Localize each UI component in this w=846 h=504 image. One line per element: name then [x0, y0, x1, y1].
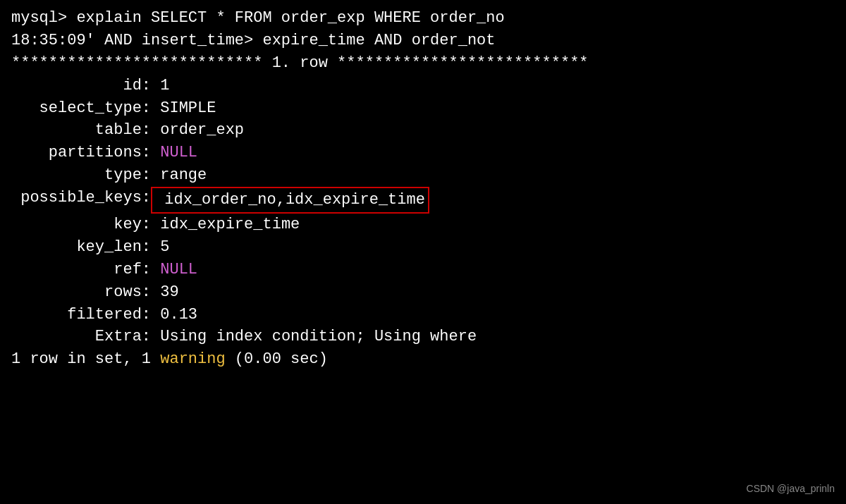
rows-label: rows:	[11, 281, 151, 304]
ref-value: NULL	[151, 259, 197, 281]
terminal-line-result: 1 row in set, 1 warning (0.00 sec)	[11, 348, 835, 371]
id-label: id:	[11, 75, 151, 97]
type-label: type:	[11, 164, 151, 187]
select-type-label: select_type:	[11, 97, 151, 120]
key-len-label: key_len:	[11, 236, 151, 259]
terminal-line-partitions: partitions: NULL	[11, 142, 835, 164]
terminal-window: mysql> explain SELECT * FROM order_exp W…	[0, 0, 846, 504]
terminal-line-rows: rows: 39	[11, 281, 835, 304]
terminal-line-ref: ref: NULL	[11, 259, 835, 281]
terminal-line-key: key: idx_expire_time	[11, 214, 835, 236]
terminal-line-table: table: order_exp	[11, 119, 835, 142]
type-value: range	[151, 164, 207, 187]
possible-keys-value: idx_order_no,idx_expire_time	[151, 187, 429, 214]
ref-label: ref:	[11, 259, 151, 281]
table-label: table:	[11, 119, 151, 142]
line3-text: *************************** 1. row *****…	[11, 52, 589, 75]
table-value: order_exp	[151, 119, 244, 142]
partitions-label: partitions:	[11, 142, 151, 164]
key-len-value: 5	[151, 236, 169, 259]
line2-text: 18:35:09' AND insert_time> expire_time A…	[11, 30, 496, 52]
rows-value: 39	[151, 281, 179, 304]
extra-value: Using index condition; Using where	[151, 326, 477, 348]
terminal-line-filtered: filtered: 0.13	[11, 304, 835, 326]
possible-keys-label: possible_keys:	[11, 187, 151, 214]
terminal-line-id: id: 1	[11, 75, 835, 97]
key-label: key:	[11, 214, 151, 236]
terminal-line-select-type: select_type: SIMPLE	[11, 97, 835, 120]
terminal-line-type: type: range	[11, 164, 835, 187]
key-value: idx_expire_time	[151, 214, 300, 236]
line1-text: mysql> explain SELECT * FROM order_exp W…	[11, 7, 505, 30]
terminal-line-1: mysql> explain SELECT * FROM order_exp W…	[11, 7, 835, 30]
result-prefix: 1 row in set, 1	[11, 348, 160, 371]
extra-label: Extra:	[11, 326, 151, 348]
filtered-value: 0.13	[151, 304, 197, 326]
partitions-value: NULL	[151, 142, 197, 164]
id-value: 1	[151, 75, 169, 97]
csdn-watermark: CSDN @java_prinln	[747, 481, 835, 496]
filtered-label: filtered:	[11, 304, 151, 326]
result-suffix: (0.00 sec)	[226, 348, 328, 371]
terminal-line-separator: *************************** 1. row *****…	[11, 52, 835, 75]
terminal-line-extra: Extra: Using index condition; Using wher…	[11, 326, 835, 348]
terminal-line-possible-keys: possible_keys: idx_order_no,idx_expire_t…	[11, 187, 835, 214]
terminal-line-key-len: key_len: 5	[11, 236, 835, 259]
result-warning: warning	[160, 348, 225, 371]
terminal-line-2: 18:35:09' AND insert_time> expire_time A…	[11, 30, 835, 52]
select-type-value: SIMPLE	[151, 97, 216, 120]
